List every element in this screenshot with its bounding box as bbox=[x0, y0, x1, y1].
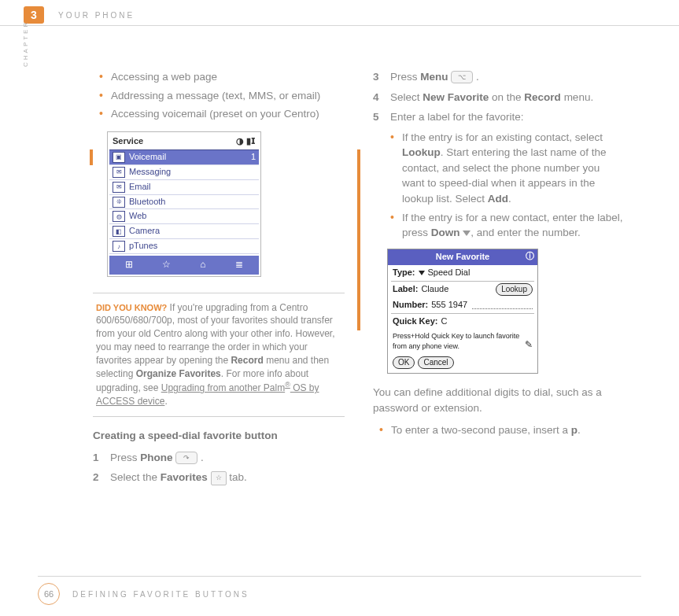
step-number: 5 bbox=[373, 109, 390, 125]
down-arrow-icon bbox=[463, 231, 471, 236]
bullet-text: If the entry is for a new contact, enter… bbox=[402, 210, 625, 241]
bullet-text: To enter a two-second pause, insert a p. bbox=[391, 422, 581, 438]
footer-title: DEFINING FAVORITE BUTTONS bbox=[72, 590, 249, 599]
bullet-icon: • bbox=[99, 106, 103, 122]
nf-number-label: Number: bbox=[393, 299, 428, 312]
favorites-tab-icon: ☆ bbox=[211, 471, 227, 485]
speed-dial-steps-cont: 3 Press Menu ⌥ . 4 Select New Favorite o… bbox=[373, 69, 625, 125]
nf-label-value: Claude bbox=[421, 283, 448, 296]
home-icon: ⌂ bbox=[200, 258, 205, 271]
service-row-label: Web bbox=[129, 210, 146, 223]
nf-title: New Favorite bbox=[436, 252, 489, 261]
menu-key-icon: ⌥ bbox=[451, 71, 473, 83]
service-row: ◧Camera bbox=[109, 224, 259, 239]
step-text: Press Phone ↷ . bbox=[110, 450, 204, 466]
bluetooth-icon: ❊ bbox=[113, 197, 125, 208]
bullet-text: Addressing a message (text, MMS, or emai… bbox=[111, 88, 320, 104]
bullet-icon: • bbox=[379, 422, 383, 438]
ptunes-icon: ♪ bbox=[113, 241, 125, 252]
service-tabbar: ⊞ ☆ ⌂ ≣ bbox=[109, 256, 259, 274]
lookup-button: Lookup bbox=[496, 283, 533, 297]
messaging-icon: ✉ bbox=[113, 167, 125, 178]
label-sub-bullets: • If the entry is for an existing contac… bbox=[384, 130, 625, 241]
dropdown-icon bbox=[419, 271, 425, 275]
right-column: 3 Press Menu ⌥ . 4 Select New Favorite o… bbox=[373, 69, 625, 490]
step-text: Press Menu ⌥ . bbox=[390, 69, 479, 85]
header-title: YOUR PHONE bbox=[58, 11, 135, 20]
camera-icon: ◧ bbox=[113, 226, 125, 237]
step-text: Enter a label for the favorite: bbox=[390, 109, 524, 125]
margin-marker bbox=[357, 149, 360, 330]
service-row: ▣Voicemail1 bbox=[109, 150, 259, 165]
tip-text: If you're upgrading from a Centro 600/65… bbox=[96, 302, 334, 408]
left-column: •Accessing a web page •Addressing a mess… bbox=[93, 69, 345, 490]
bullet-text: If the entry is for an existing contact,… bbox=[402, 130, 625, 207]
phone-key-icon: ↷ bbox=[175, 452, 197, 464]
page-footer: 66 DEFINING FAVORITE BUTTONS bbox=[38, 576, 641, 605]
info-icon: ⓘ bbox=[526, 250, 534, 263]
ok-button: OK bbox=[393, 356, 415, 370]
bullet-text: Accessing a web page bbox=[111, 69, 217, 85]
web-icon: ◍ bbox=[113, 211, 125, 222]
new-favorite-screenshot: New Favoriteⓘ Type: Speed Dial Label: Cl… bbox=[387, 249, 538, 374]
bullet-icon: • bbox=[390, 130, 394, 207]
step-text: Select the Favorites ☆ tab. bbox=[110, 470, 247, 485]
tip-label: DID YOU KNOW? bbox=[96, 303, 167, 312]
chapter-side-label: CHAPTER bbox=[22, 20, 29, 67]
service-row: ❊Bluetooth bbox=[109, 195, 259, 210]
margin-marker bbox=[90, 149, 93, 165]
service-row-label: pTunes bbox=[129, 240, 157, 253]
service-screenshot: Service ◑ ▮𝗜 ▣Voicemail1 ✉Messaging ✉Ema… bbox=[107, 131, 261, 277]
service-row: ✉Messaging bbox=[109, 165, 259, 180]
service-row: ✉Email bbox=[109, 180, 259, 195]
service-row-label: Email bbox=[129, 181, 151, 194]
pause-bullets: • To enter a two-second pause, insert a … bbox=[373, 422, 625, 438]
service-row-count: 1 bbox=[251, 151, 256, 164]
nf-type-value: Speed Dial bbox=[428, 267, 471, 279]
nf-label-label: Label: bbox=[393, 283, 418, 296]
bullet-icon: • bbox=[99, 69, 103, 85]
email-icon: ✉ bbox=[113, 182, 125, 193]
step-number: 3 bbox=[373, 69, 390, 85]
did-you-know-tip: DID YOU KNOW? If you're upgrading from a… bbox=[93, 293, 345, 417]
service-row-label: Messaging bbox=[129, 166, 171, 179]
nf-quickkey-label: Quick Key: bbox=[393, 315, 437, 328]
speed-dial-steps: 1 Press Phone ↷ . 2 Select the Favorites… bbox=[93, 450, 345, 485]
nf-quickkey-value: C bbox=[441, 315, 447, 328]
voicemail-icon: ▣ bbox=[113, 152, 125, 163]
page-header: 3 YOUR PHONE bbox=[0, 0, 679, 26]
service-title: Service bbox=[113, 135, 143, 148]
nf-hint-text: Press+Hold Quick Key to launch favorite … bbox=[393, 331, 525, 352]
nf-number-value: 555 1947 bbox=[431, 299, 467, 312]
pen-icon: ✎ bbox=[525, 338, 533, 352]
nf-type-label: Type: bbox=[393, 267, 415, 279]
service-row: ♪pTunes bbox=[109, 239, 259, 254]
service-row-label: Bluetooth bbox=[129, 196, 165, 208]
body-text: You can define additional digits to dial… bbox=[373, 385, 625, 415]
step-number: 4 bbox=[373, 90, 390, 105]
page-number: 66 bbox=[38, 583, 60, 605]
bullet-icon: • bbox=[99, 88, 103, 104]
list-icon: ≣ bbox=[235, 258, 243, 271]
step-number: 2 bbox=[93, 470, 110, 485]
service-row-label: Voicemail bbox=[129, 151, 166, 164]
step-number: 1 bbox=[93, 450, 110, 466]
favorites-icon: ☆ bbox=[162, 258, 171, 271]
bullet-icon: • bbox=[390, 210, 394, 241]
section-heading: Creating a speed-dial favorite button bbox=[93, 428, 345, 444]
dialpad-icon: ⊞ bbox=[125, 258, 133, 271]
step-text: Select New Favorite on the Record menu. bbox=[390, 90, 593, 105]
bullet-text: Accessing voicemail (preset on your Cent… bbox=[111, 106, 319, 122]
service-row: ◍Web bbox=[109, 209, 259, 224]
signal-icon: ◑ ▮𝗜 bbox=[236, 135, 256, 148]
feature-bullets: •Accessing a web page •Addressing a mess… bbox=[93, 69, 345, 122]
cancel-button: Cancel bbox=[418, 356, 453, 370]
content-columns: •Accessing a web page •Addressing a mess… bbox=[0, 26, 679, 490]
service-row-label: Camera bbox=[129, 225, 160, 238]
